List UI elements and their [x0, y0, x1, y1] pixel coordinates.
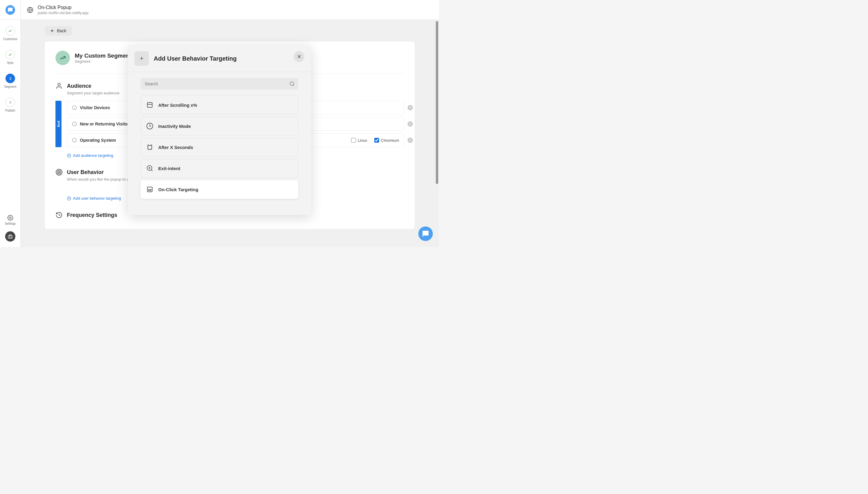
option-inactivity-mode[interactable]: Inactivity Mode	[140, 117, 298, 135]
option-label: Exit-intent	[158, 166, 180, 171]
scroll-icon	[146, 101, 153, 109]
modal-close-button[interactable]: ✕	[294, 51, 304, 62]
svg-rect-24	[147, 102, 152, 107]
chat-icon	[422, 230, 429, 238]
modal-search-input[interactable]	[140, 78, 298, 90]
click-icon	[146, 186, 153, 193]
modal-body: After Scrolling x% Inactivity Mode After…	[128, 72, 311, 207]
option-label: Inactivity Mode	[158, 124, 191, 129]
option-after-x-seconds[interactable]: After X Seconds	[140, 138, 298, 156]
option-after-scrolling[interactable]: After Scrolling x%	[140, 96, 298, 114]
modal-header: + Add User Behavior Targeting ✕	[128, 45, 311, 72]
option-exit-intent[interactable]: Exit-intent	[140, 159, 298, 178]
svg-point-27	[148, 145, 152, 150]
modal-title: Add User Behavior Targeting	[154, 55, 237, 62]
modal-overlay[interactable]: + Add User Behavior Targeting ✕ After Sc…	[0, 0, 439, 247]
clock-icon	[146, 122, 153, 130]
svg-rect-31	[149, 189, 151, 191]
chat-bubble-button[interactable]	[418, 227, 433, 241]
option-label: After X Seconds	[158, 145, 193, 150]
option-label: On-Click Targeting	[158, 187, 198, 192]
svg-line-29	[151, 170, 153, 171]
option-on-click-targeting[interactable]: On-Click Targeting	[140, 180, 298, 199]
behavior-targeting-modal: + Add User Behavior Targeting ✕ After Sc…	[128, 45, 311, 215]
exit-icon	[146, 165, 153, 172]
plus-icon: +	[134, 51, 149, 66]
timer-icon	[146, 144, 153, 151]
option-label: After Scrolling x%	[158, 102, 197, 108]
